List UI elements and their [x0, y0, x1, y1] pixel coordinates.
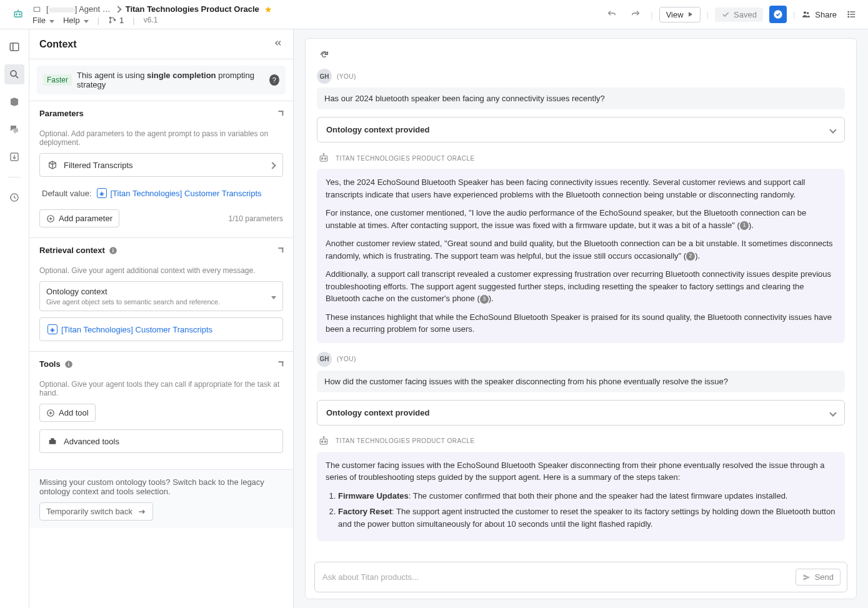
ontology-context-card[interactable]: Ontology context provided [317, 400, 845, 426]
rail-panel-icon[interactable] [4, 37, 24, 57]
svg-point-15 [848, 14, 849, 14]
param-label: Filtered Transcripts [64, 161, 133, 170]
you-label: (YOU) [337, 73, 356, 80]
check-icon [721, 10, 730, 19]
bot-message: The customer facing issues with the Echo… [317, 452, 845, 542]
chevron-down-icon [831, 125, 836, 134]
list-icon [847, 9, 857, 19]
redo-button[interactable] [627, 6, 644, 23]
toolbox-icon [47, 436, 57, 446]
chevron-up-icon [276, 108, 286, 118]
plus-circle-icon [46, 214, 55, 223]
bot-avatar [317, 434, 331, 448]
rail-data-icon[interactable] [4, 92, 24, 112]
svg-text:i: i [112, 247, 114, 253]
bot-name-label: TITAN TECHNOLOGIES PRODUCT ORACLE [336, 437, 475, 444]
bot-name-label: TITAN TECHNOLOGIES PRODUCT ORACLE [336, 155, 475, 162]
svg-rect-4 [34, 7, 39, 11]
retrieval-hint: Optional. Give your agent additional con… [39, 266, 283, 275]
tools-hint: Optional. Give your agent tools they can… [39, 380, 283, 397]
caret-down-icon [270, 292, 276, 301]
chat-input[interactable] [322, 572, 789, 582]
send-icon [802, 573, 811, 582]
chevron-up-icon [276, 359, 286, 369]
info-icon: i [64, 360, 73, 369]
info-icon: i [109, 246, 117, 255]
collapse-panel-button[interactable] [273, 38, 283, 50]
settings-list-button[interactable] [843, 6, 861, 23]
help-menu[interactable]: Help [63, 16, 89, 25]
ontology-reference-card[interactable]: ◈ [Titan Technologies] Customer Transcri… [39, 317, 283, 341]
svg-point-10 [807, 12, 809, 14]
svg-point-9 [804, 11, 806, 14]
share-button[interactable]: Share [801, 9, 837, 19]
citation-2[interactable]: 2 [686, 252, 695, 261]
double-chevron-left-icon [273, 38, 283, 48]
rail-chat-icon[interactable] [4, 119, 24, 139]
cube-link-icon: ◈ [97, 188, 107, 198]
breadcrumb-crumb-1[interactable]: [] Agent … [46, 4, 111, 14]
plus-circle-icon [46, 409, 55, 417]
help-icon[interactable]: ? [269, 74, 279, 86]
add-tool-button[interactable]: Add tool [39, 404, 96, 422]
redo-icon [631, 9, 641, 19]
breadcrumb-current: Titan Technologies Product Oracle [126, 4, 259, 14]
arrow-right-icon [137, 507, 146, 516]
citation-3[interactable]: 3 [480, 295, 489, 304]
chevron-right-icon [270, 161, 275, 170]
check-circle-icon [773, 9, 783, 19]
default-value-link[interactable]: ◈ [Titan Technologies] Customer Transcri… [97, 188, 262, 198]
rail-search-icon[interactable] [4, 64, 24, 84]
filtered-transcripts-param[interactable]: Filtered Transcripts [39, 153, 283, 177]
svg-point-39 [323, 154, 324, 155]
send-button[interactable]: Send [796, 569, 841, 586]
search-icon [9, 69, 20, 80]
ontology-context-card[interactable]: Ontology context provided [317, 117, 845, 142]
publish-button[interactable] [769, 6, 787, 23]
svg-rect-33 [49, 440, 56, 444]
svg-text:i: i [68, 361, 69, 367]
svg-point-2 [19, 14, 21, 15]
svg-point-41 [321, 441, 323, 442]
svg-point-42 [324, 441, 326, 442]
retrieval-section-header[interactable]: Retrieval context i [29, 237, 293, 262]
cube-icon [47, 160, 57, 170]
faster-badge: Faster [43, 74, 72, 86]
user-avatar: GH [317, 69, 332, 84]
version-label: v6.1 [144, 16, 158, 24]
breadcrumb: [] Agent … Titan Technologies Product Or… [32, 4, 603, 14]
saved-indicator: Saved [715, 7, 763, 22]
svg-point-37 [324, 158, 326, 160]
star-icon[interactable]: ★ [264, 4, 272, 14]
branch-indicator[interactable]: 1 [108, 16, 124, 25]
user-message: How did the customer facing issues with … [317, 371, 845, 392]
undo-button[interactable] [603, 6, 621, 23]
play-icon [687, 11, 694, 17]
breadcrumb-separator-icon [116, 4, 121, 14]
advanced-tools-card[interactable]: Advanced tools [39, 429, 283, 453]
legacy-note: Missing your custom ontology tools? Swit… [29, 469, 293, 528]
bot-avatar [317, 151, 331, 165]
layout-icon [9, 41, 20, 52]
view-button[interactable]: View [659, 7, 701, 22]
chevron-down-icon [831, 408, 836, 417]
export-icon [9, 151, 20, 162]
box-icon [32, 5, 41, 14]
temporarily-switch-back-button[interactable]: Temporarily switch back [39, 502, 153, 521]
parameters-section-header[interactable]: Parameters [29, 101, 293, 126]
svg-point-1 [16, 14, 17, 15]
refresh-button[interactable] [317, 47, 332, 62]
rail-history-icon[interactable] [4, 187, 24, 207]
add-parameter-button[interactable]: Add parameter [39, 209, 119, 227]
user-message: Has our 2024 bluetooth speaker been faci… [317, 87, 845, 109]
rail-export-icon[interactable] [4, 147, 24, 167]
ontology-context-select[interactable]: Ontology context Give agent object sets … [39, 281, 283, 311]
citation-1[interactable]: 1 [740, 221, 749, 230]
file-menu[interactable]: File [32, 16, 54, 25]
context-title: Context [39, 39, 77, 50]
tools-section-header[interactable]: Tools i [29, 351, 293, 376]
refresh-icon [319, 50, 329, 60]
undo-icon [607, 9, 617, 19]
svg-point-36 [321, 158, 323, 160]
history-icon [9, 192, 20, 203]
